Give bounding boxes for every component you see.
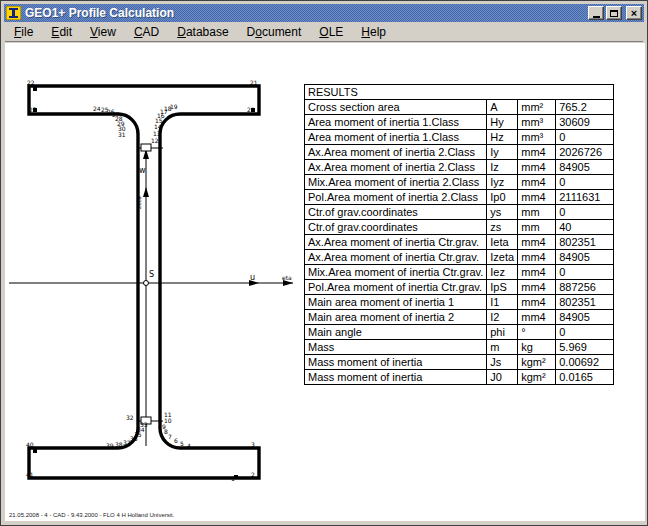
table-row: Ctr.of grav.coordinatesysmm0 [305,205,614,220]
app-icon [6,6,21,20]
zeta-axis-arrow [143,187,149,197]
svg-text:24: 24 [93,105,101,112]
svg-text:4: 4 [187,442,191,449]
results-header-row: RESULTS [305,85,614,100]
w-axis-label: w [139,166,146,175]
menu-item-view[interactable]: View [81,23,125,42]
menu-item-document[interactable]: Document [238,23,311,42]
table-row: Ax.Area moment of inertia 2.ClassIzmm484… [305,160,614,175]
table-row: Main area moment of inertia 2I2mm484905 [305,310,614,325]
centroid-label: S [149,270,154,279]
window-title: GEO1+ Profile Calculation [25,6,586,20]
svg-text:23: 23 [29,106,37,113]
svg-text:38: 38 [115,441,123,448]
svg-text:37: 37 [123,439,131,446]
title-bar[interactable]: GEO1+ Profile Calculation × [4,4,644,22]
zeta-axis-label: zeta [135,196,142,209]
svg-text:5: 5 [180,440,184,447]
table-row: Mass moment of inertiaJ0kgm²0.0165 [305,370,614,385]
results-header: RESULTS [305,85,614,100]
table-row: Pol.Area moment of inertia 2.ClassIp0mm4… [305,190,614,205]
table-row: Ax.Area moment of inertia Ctr.grav.Izeta… [305,250,614,265]
table-row: Cross section areaAmm²765.2 [305,100,614,115]
svg-text:1: 1 [231,475,235,482]
menu-bar: FileEditViewCADDatabaseDocumentOLEHelp [5,23,643,42]
menu-item-cad[interactable]: CAD [125,23,168,42]
table-row: Area moment of inertia 1.ClassHymm³30609 [305,115,614,130]
svg-text:14: 14 [154,123,162,130]
table-row: Area moment of inertia 1.ClassHzmm³0 [305,130,614,145]
table-row: Massmkg5.969 [305,340,614,355]
svg-text:7: 7 [168,433,172,440]
drawing-stamp: 21.05.2008 - 4 - CAD - 9.43.2000 - FLO 4… [9,512,174,518]
u-axis-label: u [250,273,255,282]
maximize-button[interactable] [606,6,622,20]
table-row: Ax.Area moment of inertia Ctr.grav.Ietam… [305,235,614,250]
table-row: Mix.Area moment of inertia Ctr.grav.Iezm… [305,265,614,280]
svg-text:6: 6 [174,437,178,444]
table-row: Main anglephi°0 [305,325,614,340]
menu-item-ole[interactable]: OLE [310,23,352,42]
menu-item-edit[interactable]: Edit [42,23,81,42]
table-row: Mix.Area moment of inertia 2.ClassIyzmm4… [305,175,614,190]
minimize-button[interactable] [588,6,604,20]
svg-text:32: 32 [126,414,134,421]
close-button[interactable]: × [626,6,642,20]
eta-axis-label: eta [282,274,292,281]
table-row: Ctr.of grav.coordinateszsmm40 [305,220,614,235]
svg-text:40: 40 [26,441,34,448]
menu-item-database[interactable]: Database [168,23,237,42]
results-table-body: RESULTS Cross section areaAmm²765.2Area … [305,85,614,385]
table-row: Ax.Area moment of inertia 2.ClassIymm420… [305,145,614,160]
node-number-labels: 2221232024252627282930311918171615141312… [26,79,258,482]
svg-text:2: 2 [251,471,255,478]
svg-text:22: 22 [27,79,35,86]
svg-text:31: 31 [118,131,126,138]
svg-text:20: 20 [247,106,255,113]
centroid-marker [144,281,149,286]
table-row: Mass moment of inertiaJskgm²0.00692 [305,355,614,370]
svg-text:41: 41 [26,471,34,478]
menu-item-file[interactable]: File [5,23,42,42]
menu-item-help[interactable]: Help [352,23,395,42]
svg-text:3: 3 [251,441,255,448]
svg-text:36: 36 [130,435,138,442]
results-table: RESULTS Cross section areaAmm²765.2Area … [304,84,614,385]
svg-text:12: 12 [151,137,159,144]
svg-text:39: 39 [106,442,114,449]
svg-text:21: 21 [250,79,258,86]
drawing-canvas: u eta w zeta S 2221232024252627282930311… [5,43,645,521]
table-row: Pol.Area moment of inertia Ctr.grav.IpSm… [305,280,614,295]
node-box-top [141,144,151,151]
svg-text:13: 13 [153,130,161,137]
table-row: Main area moment of inertia 1I1mm4802351 [305,295,614,310]
